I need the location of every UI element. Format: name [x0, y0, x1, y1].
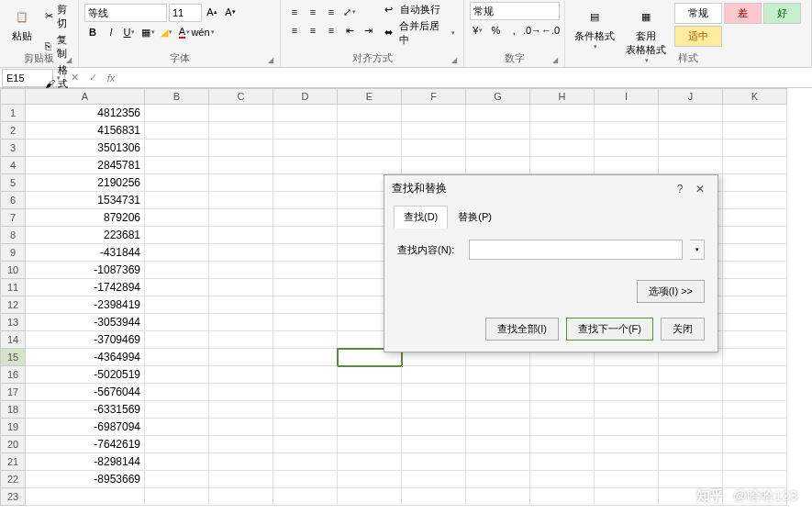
cell[interactable]	[209, 401, 273, 419]
cell[interactable]	[209, 384, 273, 401]
align-bottom-button[interactable]: ≡	[323, 4, 339, 20]
cell[interactable]	[145, 192, 209, 209]
cell[interactable]	[273, 453, 338, 471]
cell[interactable]	[209, 331, 273, 349]
find-input-dropdown[interactable]: ▾	[690, 240, 705, 260]
cell[interactable]	[338, 122, 402, 140]
cell[interactable]	[273, 349, 338, 366]
cell[interactable]: 3501306	[26, 140, 145, 157]
cell[interactable]	[209, 209, 273, 227]
cell[interactable]	[723, 401, 787, 419]
cell[interactable]	[402, 488, 466, 506]
column-header[interactable]: D	[273, 88, 338, 105]
row-header[interactable]: 3	[0, 140, 26, 157]
cell[interactable]	[209, 157, 273, 174]
cell[interactable]	[402, 419, 466, 436]
cell[interactable]	[145, 366, 209, 384]
row-header[interactable]: 1	[0, 105, 26, 122]
column-header[interactable]: E	[338, 88, 402, 105]
cell[interactable]	[209, 262, 273, 279]
cell[interactable]	[530, 488, 595, 506]
cell[interactable]: -1087369	[26, 262, 145, 279]
cell[interactable]	[273, 227, 338, 244]
cell[interactable]	[273, 157, 338, 174]
cell[interactable]	[402, 105, 466, 122]
dialog-launcher-icon[interactable]: ◢	[552, 56, 562, 65]
cell[interactable]	[659, 453, 723, 471]
conditional-formatting-button[interactable]: ▤ 条件格式	[571, 2, 618, 52]
cell[interactable]	[530, 401, 595, 419]
cell[interactable]	[595, 401, 659, 419]
cell[interactable]	[723, 349, 787, 366]
cell[interactable]: 223681	[26, 227, 145, 244]
cell[interactable]	[145, 244, 209, 262]
cell[interactable]	[466, 436, 530, 453]
cell[interactable]	[723, 296, 787, 314]
cell[interactable]	[466, 419, 530, 436]
cell[interactable]	[273, 488, 338, 506]
cell[interactable]	[273, 471, 338, 488]
fx-button[interactable]: fx	[102, 73, 120, 84]
cell[interactable]	[402, 436, 466, 453]
cell[interactable]	[723, 471, 787, 488]
cell[interactable]	[530, 157, 595, 174]
cell[interactable]	[338, 384, 402, 401]
indent-decrease-button[interactable]: ⇤	[341, 22, 358, 39]
decrease-font-button[interactable]: A▾	[222, 4, 239, 20]
cell[interactable]	[145, 279, 209, 296]
cell[interactable]	[145, 471, 209, 488]
cell[interactable]: -3709469	[26, 331, 145, 349]
cell[interactable]: -6987094	[26, 419, 145, 436]
cell[interactable]	[145, 314, 209, 331]
cell[interactable]	[338, 105, 402, 122]
cell[interactable]	[723, 279, 787, 296]
find-input[interactable]	[469, 240, 683, 260]
cell[interactable]	[595, 419, 659, 436]
cell[interactable]	[466, 488, 530, 506]
cut-button[interactable]: ✂剪切	[42, 2, 73, 31]
cell[interactable]	[723, 314, 787, 331]
cell[interactable]	[273, 192, 338, 209]
enter-formula-button[interactable]: ✓	[83, 72, 102, 84]
cell[interactable]	[209, 419, 273, 436]
column-header[interactable]: I	[595, 88, 659, 105]
cell[interactable]	[402, 122, 466, 140]
cell[interactable]	[659, 436, 723, 453]
cell[interactable]	[723, 209, 787, 227]
cell[interactable]	[723, 157, 787, 174]
cell[interactable]	[659, 471, 723, 488]
cell[interactable]	[209, 366, 273, 384]
cell[interactable]: 4812356	[26, 105, 145, 122]
cell[interactable]	[338, 366, 402, 384]
cell[interactable]	[273, 262, 338, 279]
row-header[interactable]: 13	[0, 314, 26, 331]
align-left-button[interactable]: ≡	[286, 22, 303, 39]
row-header[interactable]: 4	[0, 157, 26, 174]
cell[interactable]	[659, 419, 723, 436]
cell[interactable]	[145, 122, 209, 140]
cell[interactable]	[530, 122, 595, 140]
tab-find[interactable]: 查找(D)	[394, 206, 448, 229]
wrap-text-button[interactable]: ↩自动换行	[382, 2, 458, 17]
cell[interactable]	[145, 140, 209, 157]
cell[interactable]	[595, 471, 659, 488]
cell[interactable]	[402, 384, 466, 401]
cell[interactable]	[273, 209, 338, 227]
cell[interactable]	[338, 419, 402, 436]
align-top-button[interactable]: ≡	[286, 4, 303, 20]
column-header[interactable]: H	[530, 88, 595, 105]
cell-style-normal[interactable]: 常规	[674, 3, 722, 24]
cell[interactable]	[209, 105, 273, 122]
cell[interactable]	[273, 174, 338, 192]
cell[interactable]	[530, 384, 595, 401]
cell[interactable]	[466, 453, 530, 471]
cell[interactable]	[595, 366, 659, 384]
cell[interactable]	[209, 349, 273, 366]
cell[interactable]	[145, 262, 209, 279]
accounting-button[interactable]: ¥	[470, 22, 486, 39]
cell[interactable]	[273, 296, 338, 314]
cell[interactable]	[209, 488, 273, 506]
cell[interactable]	[723, 105, 787, 122]
border-button[interactable]: ▦	[139, 24, 156, 40]
cell[interactable]	[145, 105, 209, 122]
